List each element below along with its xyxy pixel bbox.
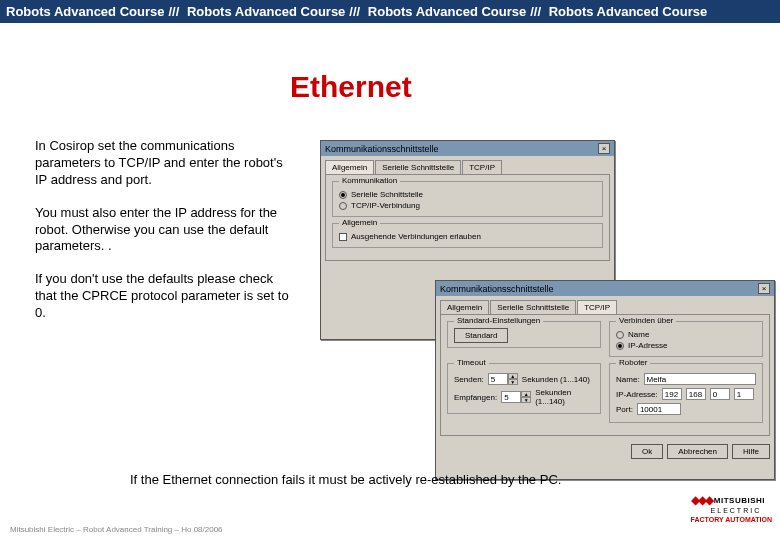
radio-ip[interactable]: IP-Adresse (616, 341, 756, 350)
send-timeout-input[interactable]: 5 (488, 373, 508, 385)
dialog-titlebar: Kommunikationsschnittstelle × (321, 141, 614, 156)
radio-tcpip[interactable]: TCP/IP-Verbindung (339, 201, 596, 210)
recv-timeout-input[interactable]: 5 (501, 391, 521, 403)
tab-serial[interactable]: Serielle Schnittstelle (375, 160, 461, 174)
tab-allgemein[interactable]: Allgemein (325, 160, 374, 174)
close-icon[interactable]: × (758, 283, 770, 294)
mitsubishi-logo: ◆◆◆ MITSUBISHI ELECTRIC FACTORY AUTOMATI… (691, 494, 772, 525)
group-default-label: Standard-Einstellungen (454, 316, 543, 325)
group-connect-label: Verbinden über (616, 316, 676, 325)
ok-button[interactable]: Ok (631, 444, 663, 459)
radio-name[interactable]: Name (616, 330, 756, 339)
dialog-titlebar: Kommunikationsschnittstelle × (436, 281, 774, 296)
banner: Robots Advanced Course/// Robots Advance… (0, 0, 780, 23)
tab-tcpip[interactable]: TCP/IP (577, 300, 617, 314)
check-handshake[interactable]: Ausgehende Verbindungen erlauben (339, 232, 596, 241)
group-robot-label: Roboter (616, 358, 650, 367)
standard-button[interactable]: Standard (454, 328, 508, 343)
dialog-comm-2: Kommunikationsschnittstelle × Allgemein … (435, 280, 775, 480)
group-common-label: Allgemein (339, 218, 380, 227)
help-button[interactable]: Hilfe (732, 444, 770, 459)
body-text: In Cosirop set the communications parame… (35, 138, 295, 338)
radio-serial[interactable]: Serielle Schnittstelle (339, 190, 596, 199)
close-icon[interactable]: × (598, 143, 610, 154)
ip-octet-3[interactable]: 0 (710, 388, 730, 400)
robot-name-input[interactable]: Melfa (644, 373, 756, 385)
ip-octet-1[interactable]: 192 (662, 388, 682, 400)
diamond-icon: ◆◆◆ (691, 494, 712, 507)
tab-allgemein[interactable]: Allgemein (440, 300, 489, 314)
tab-tcpip[interactable]: TCP/IP (462, 160, 502, 174)
ip-octet-4[interactable]: 1 (734, 388, 754, 400)
footer-credit: Mitsubishi Electric – Robot Advanced Tra… (10, 525, 223, 534)
page-title: Ethernet (290, 70, 412, 104)
cancel-button[interactable]: Abbrechen (667, 444, 728, 459)
group-comm-label: Kommunikation (339, 176, 400, 185)
port-input[interactable]: 10001 (637, 403, 681, 415)
ip-octet-2[interactable]: 168 (686, 388, 706, 400)
tab-serial[interactable]: Serielle Schnittstelle (490, 300, 576, 314)
group-timeout-label: Timeout (454, 358, 489, 367)
bottom-note: If the Ethernet connection fails it must… (130, 472, 561, 487)
